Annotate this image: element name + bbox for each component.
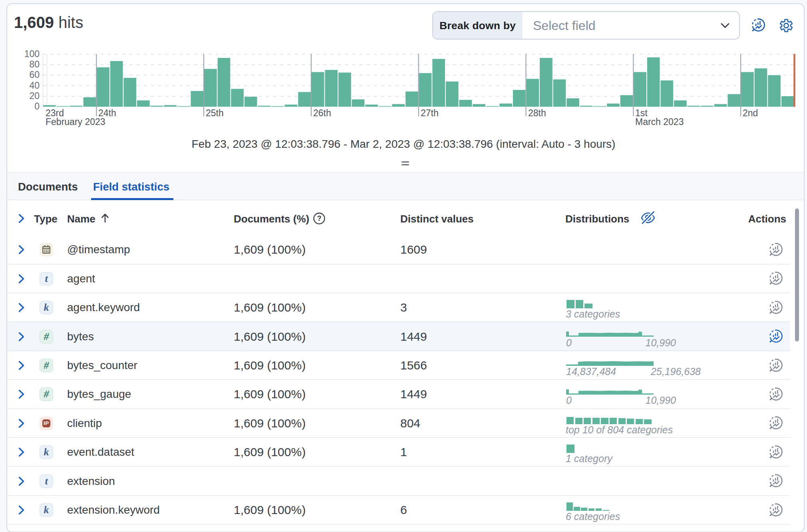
svg-text:100: 100 — [24, 49, 40, 59]
svg-text:2nd: 2nd — [743, 108, 758, 118]
svg-text:40: 40 — [29, 80, 40, 91]
svg-text:27th: 27th — [421, 108, 439, 118]
svg-text:February 2023: February 2023 — [46, 117, 105, 127]
svg-text:20: 20 — [29, 91, 40, 101]
svg-text:March 2023: March 2023 — [635, 117, 684, 127]
svg-text:0: 0 — [34, 101, 40, 111]
svg-text:25th: 25th — [206, 108, 224, 118]
svg-text:80: 80 — [29, 59, 40, 69]
svg-text:?: ? — [317, 214, 322, 222]
svg-text:26th: 26th — [313, 108, 331, 118]
svg-text:60: 60 — [29, 69, 40, 80]
svg-text:28th: 28th — [528, 108, 546, 118]
